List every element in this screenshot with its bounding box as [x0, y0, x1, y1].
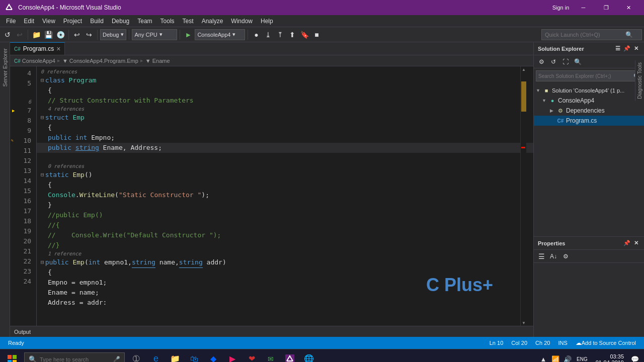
app-browser2[interactable]: 🌐 — [300, 350, 318, 363]
se-refresh-icon[interactable]: ↺ — [548, 56, 559, 67]
status-source-control[interactable]: ☁ Add to Source Control — [572, 337, 640, 349]
code-line-4[interactable]: ⊟ class Program — [37, 75, 533, 85]
scroll-down[interactable]: ▼ — [521, 320, 527, 326]
toolbar-undo[interactable]: ↩ — [71, 29, 83, 40]
taskbar-clock[interactable]: 03:35 01-04-2019 — [592, 353, 628, 363]
code-line-9[interactable]: public int Empno; — [37, 133, 533, 143]
collapse-4[interactable]: ⊟ — [41, 75, 44, 85]
se-properties-btn[interactable]: ☰ — [614, 45, 622, 53]
code-line-5[interactable]: { — [37, 85, 533, 96]
prop-categorized[interactable]: ☰ — [536, 251, 547, 262]
code-line-20[interactable]: ⊟ public Emp(int empno1,string name,stri… — [37, 257, 533, 267]
cpu-target-dropdown[interactable]: Any CPU ▾ — [132, 29, 177, 40]
status-line[interactable]: Ln 10 — [486, 337, 508, 349]
code-line-24[interactable]: Address = addr: — [37, 298, 533, 308]
prop-pin-btn[interactable]: 📌 — [623, 239, 631, 247]
se-filter-icon[interactable]: ⛶ — [560, 56, 571, 67]
toolbar-bookmark[interactable]: 🔖 — [299, 29, 310, 40]
diagnostic-tab[interactable]: Diagnostic Tools — [637, 62, 642, 99]
tray-lang[interactable]: ENG — [575, 356, 590, 362]
se-search-box[interactable]: 🔍 — [536, 70, 642, 81]
status-col[interactable]: Col 20 — [507, 337, 531, 349]
app-media[interactable]: ▶ — [223, 350, 242, 363]
menu-analyze[interactable]: Analyze — [198, 15, 227, 27]
scroll-up[interactable]: ▲ — [521, 66, 527, 72]
prop-close-btn[interactable]: ✕ — [632, 239, 640, 247]
toolbar-save[interactable]: 💾 — [43, 29, 54, 40]
menu-test[interactable]: Test — [179, 15, 198, 27]
taskbar-search[interactable]: 🔍 🎤 — [24, 352, 125, 363]
collapse-20[interactable]: ⊟ — [41, 257, 44, 267]
code-line-8[interactable]: { — [37, 123, 533, 133]
start-button-taskbar[interactable] — [2, 349, 22, 363]
app-store[interactable]: 🛍 — [185, 350, 203, 363]
menu-file[interactable]: File — [2, 15, 20, 27]
breadcrumb-project[interactable]: C# ConsoleApp4 — [14, 58, 55, 64]
code-line-11[interactable] — [37, 153, 533, 163]
scroll-thumb[interactable] — [521, 81, 526, 112]
code-line-21[interactable]: { — [37, 267, 533, 278]
quick-launch-box[interactable]: 🔍 — [541, 29, 642, 40]
code-line-15[interactable]: } — [37, 200, 533, 210]
tab-program-cs[interactable]: C# Program.cs × — [10, 42, 65, 55]
se-properties-icon[interactable]: ⚙ — [536, 56, 547, 67]
status-ins[interactable]: INS — [554, 337, 571, 349]
app-explorer[interactable]: 📁 — [166, 350, 184, 363]
code-line-6[interactable]: // Struct Constructor with Parameters — [37, 96, 533, 106]
menu-debug[interactable]: Debug — [108, 15, 133, 27]
menu-view[interactable]: View — [38, 15, 59, 27]
code-line-18[interactable]: // Console.Write("Default Constructor ")… — [37, 230, 533, 240]
status-ch[interactable]: Ch 20 — [531, 337, 554, 349]
server-explorer-tab[interactable]: Server Explorer — [1, 44, 10, 90]
menu-build[interactable]: Build — [86, 15, 108, 27]
breadcrumb-member[interactable]: ▼ Ename — [145, 58, 170, 64]
status-ready[interactable]: Ready — [4, 337, 28, 349]
code-editor[interactable]: 4 5 6 ▶ 7 8 9 ✎ 10 11 12 13 14 1 — [10, 66, 533, 326]
restore-button[interactable]: ❐ — [595, 0, 617, 15]
app-vs[interactable] — [281, 350, 299, 363]
se-search-icon[interactable]: 🔍 — [572, 56, 583, 67]
toolbar-save-all[interactable]: 💿 — [55, 29, 66, 40]
collapse-7[interactable]: ⊟ — [41, 113, 44, 123]
code-line-7[interactable]: ⊟ struct Emp — [37, 113, 533, 123]
tree-solution[interactable]: ▼ ■ Solution 'ConsoleApp4' (1 p... — [534, 85, 644, 96]
menu-tools[interactable]: Tools — [156, 15, 179, 27]
quick-launch-input[interactable] — [545, 32, 625, 38]
toolbar-open-file[interactable]: 📁 — [31, 29, 42, 40]
code-line-14[interactable]: Console.WriteLine("Static Constructor ")… — [37, 190, 533, 200]
code-line-23[interactable]: Ename = name; — [37, 288, 533, 298]
app-edge[interactable]: e — [147, 350, 165, 363]
se-search-input[interactable] — [538, 73, 633, 79]
scrollbar-track[interactable]: ▲ ▼ — [520, 66, 526, 326]
menu-window[interactable]: Window — [227, 15, 257, 27]
tree-program-cs[interactable]: ▶ C# Program.cs — [534, 116, 644, 126]
toolbar-breakpoint[interactable]: ● — [251, 29, 262, 40]
minimize-button[interactable]: ─ — [572, 0, 595, 15]
collapse-12[interactable]: ⊟ — [41, 170, 44, 180]
code-line-19[interactable]: //} — [37, 240, 533, 250]
tray-notification[interactable]: 💬 — [630, 354, 640, 363]
tray-network[interactable]: 📶 — [550, 354, 560, 363]
prop-alphabetical[interactable]: A↓ — [548, 251, 559, 262]
code-line-12[interactable]: ⊟ static Emp() — [37, 170, 533, 180]
code-content[interactable]: 0 references ⊟ class Program { // Struct… — [37, 66, 533, 326]
code-line-17[interactable]: //{ — [37, 220, 533, 230]
start-button[interactable]: ► — [183, 29, 194, 40]
breadcrumb-class[interactable]: ▼ ConsoleApp4.Program.Emp — [62, 58, 138, 64]
toolbar-step-over[interactable]: ⤓ — [263, 29, 274, 40]
menu-help[interactable]: Help — [257, 15, 277, 27]
code-line-13[interactable]: { — [37, 180, 533, 190]
toolbar-perf[interactable]: ■ — [311, 29, 322, 40]
taskview-button[interactable]: ➀ — [127, 350, 145, 363]
code-line-22[interactable]: Empno = empno1; — [37, 278, 533, 288]
app-mail[interactable]: ✉ — [262, 350, 280, 363]
app-dropbox[interactable]: ◆ — [204, 350, 222, 363]
code-line-16[interactable]: //public Emp() — [37, 210, 533, 220]
toolbar-redo[interactable]: ↪ — [84, 29, 95, 40]
close-button[interactable]: ✕ — [617, 0, 640, 15]
app-antivirus[interactable]: ❤ — [243, 350, 261, 363]
taskbar-search-input[interactable] — [40, 356, 110, 363]
project-name-dropdown[interactable]: ConsoleApp4 ▾ — [195, 29, 245, 40]
code-line-10[interactable]: public string Ename, Address; — [37, 143, 533, 153]
tray-volume[interactable]: 🔊 — [562, 354, 573, 363]
